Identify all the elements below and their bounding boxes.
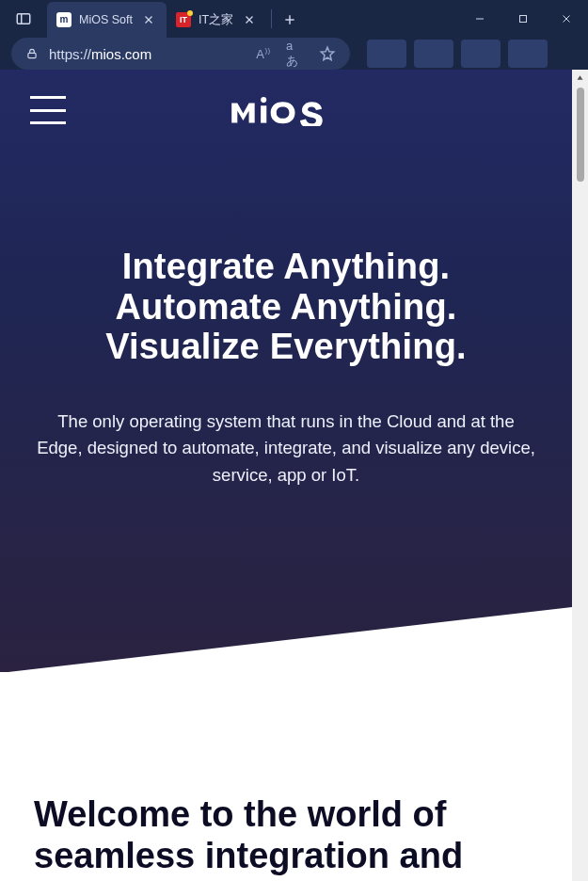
browser-titlebar: m MiOS Soft IT IT之家 bbox=[0, 0, 588, 38]
tab-title: IT之家 bbox=[199, 12, 233, 28]
url-host: mios.com bbox=[91, 46, 151, 62]
page-content: Integrate Anything. Automate Anything. V… bbox=[0, 70, 572, 881]
welcome-section: Welcome to the world of seamless integra… bbox=[0, 672, 572, 881]
new-tab-button[interactable] bbox=[276, 2, 304, 38]
address-bar-row: https://mios.com A)) aあ bbox=[0, 38, 588, 70]
svg-rect-0 bbox=[17, 14, 30, 24]
address-bar[interactable]: https://mios.com A)) aあ bbox=[11, 38, 350, 70]
favicon-ithome: IT bbox=[176, 12, 191, 27]
site-header bbox=[0, 70, 572, 124]
hero-subtext: The only operating system that runs in t… bbox=[28, 408, 544, 489]
window-minimize-button[interactable] bbox=[458, 0, 501, 38]
svg-rect-12 bbox=[28, 53, 36, 57]
url-text: https://mios.com bbox=[49, 46, 151, 62]
hero-line-2: Automate Anything. bbox=[28, 287, 544, 328]
svg-rect-9 bbox=[520, 16, 527, 23]
tab-strip: m MiOS Soft IT IT之家 bbox=[47, 0, 304, 38]
browser-viewport: Integrate Anything. Automate Anything. V… bbox=[0, 70, 588, 881]
url-protocol: https:// bbox=[49, 46, 91, 62]
tab-actions-button[interactable] bbox=[9, 5, 38, 33]
toolbar-extension-4[interactable] bbox=[508, 40, 548, 68]
tab-mios[interactable]: m MiOS Soft bbox=[47, 2, 167, 38]
tab-close-button[interactable] bbox=[140, 11, 157, 28]
window-close-button[interactable] bbox=[545, 0, 588, 38]
hero-copy: Integrate Anything. Automate Anything. V… bbox=[0, 124, 572, 489]
tab-ithome[interactable]: IT IT之家 bbox=[167, 2, 267, 38]
svg-marker-17 bbox=[578, 75, 583, 80]
tab-title: MiOS Soft bbox=[79, 13, 133, 26]
favicon-mios: m bbox=[56, 12, 72, 27]
hero-line-3: Visualize Everything. bbox=[28, 327, 544, 367]
hero-headline: Integrate Anything. Automate Anything. V… bbox=[28, 247, 544, 367]
menu-button[interactable] bbox=[30, 96, 66, 124]
tab-close-button[interactable] bbox=[241, 11, 258, 28]
svg-point-14 bbox=[261, 97, 266, 103]
site-logo[interactable] bbox=[229, 94, 343, 126]
translate-icon[interactable]: aあ bbox=[286, 44, 305, 63]
window-maximize-button[interactable] bbox=[501, 0, 545, 38]
scroll-up-button[interactable] bbox=[572, 70, 588, 86]
favorite-icon[interactable] bbox=[318, 44, 337, 63]
hero-line-1: Integrate Anything. bbox=[28, 247, 544, 287]
toolbar-extension-2[interactable] bbox=[414, 40, 453, 68]
scrollbar-thumb[interactable] bbox=[577, 88, 584, 182]
welcome-heading: Welcome to the world of seamless integra… bbox=[34, 794, 538, 881]
window-controls bbox=[458, 0, 588, 38]
hero-section: Integrate Anything. Automate Anything. V… bbox=[0, 70, 572, 672]
hero-divider-wedge bbox=[0, 607, 572, 673]
read-aloud-icon[interactable]: A)) bbox=[254, 44, 273, 63]
svg-marker-16 bbox=[0, 607, 572, 673]
lock-icon[interactable] bbox=[24, 46, 40, 61]
tab-separator bbox=[271, 9, 272, 28]
vertical-scrollbar[interactable] bbox=[572, 70, 588, 881]
toolbar-extension-3[interactable] bbox=[461, 40, 501, 68]
toolbar-extension-1[interactable] bbox=[367, 40, 406, 68]
toolbar-extras bbox=[367, 40, 548, 68]
svg-marker-13 bbox=[321, 47, 334, 60]
svg-rect-15 bbox=[261, 105, 266, 122]
